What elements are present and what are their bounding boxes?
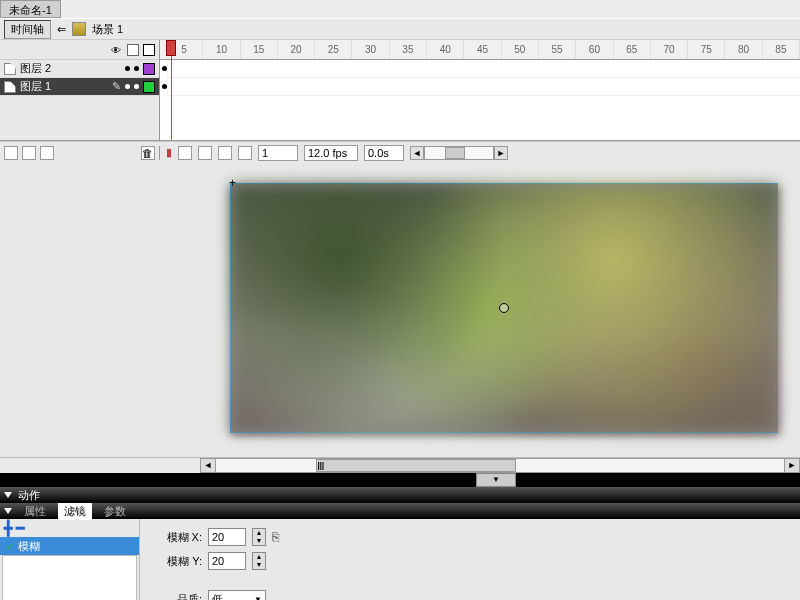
blur-y-input[interactable] [208, 552, 246, 570]
layer-page-icon [4, 81, 16, 93]
current-frame-field[interactable]: 1 [258, 145, 298, 161]
blur-y-label: 模糊 Y: [152, 554, 202, 569]
ruler-tick: 50 [502, 40, 539, 59]
filter-list: ╋ ━ ✔ 模糊 [0, 519, 140, 600]
blur-x-label: 模糊 X: [152, 530, 202, 545]
layer-page-icon [4, 63, 16, 75]
scroll-right-icon[interactable]: ► [784, 458, 800, 473]
twisty-icon[interactable] [4, 492, 12, 498]
ruler-tick: 55 [539, 40, 576, 59]
fps-field[interactable]: 12.0 fps [304, 145, 358, 161]
ruler-tick: 80 [725, 40, 762, 59]
chevron-down-icon: ▼ [254, 595, 262, 601]
filter-item-blur[interactable]: ✔ 模糊 [0, 537, 139, 555]
scrollbar-thumb[interactable]: Ⅲ [316, 459, 516, 472]
scene-name[interactable]: 场景 1 [92, 22, 123, 37]
blur-x-stepper[interactable]: ▲▼ [252, 528, 266, 546]
filter-list-empty [2, 555, 137, 600]
playhead-marker-icon: ▮ [166, 146, 172, 159]
timeline-toggle-button[interactable]: 时间轴 [4, 20, 51, 39]
center-frame-icon[interactable] [178, 146, 192, 160]
playhead[interactable] [166, 40, 176, 140]
actions-panel-header[interactable]: 动作 [0, 487, 800, 503]
edit-multiple-frames-icon[interactable] [238, 146, 252, 160]
layer-color-chip[interactable] [143, 63, 155, 75]
scroll-right-icon[interactable]: ► [494, 146, 508, 160]
pencil-icon: ✎ [112, 80, 121, 93]
filters-panel: ╋ ━ ✔ 模糊 模糊 X: ▲▼ ⎘ 模糊 Y: ▲▼ 品质: 低 ▼ [0, 519, 800, 600]
panel-divider: ▼ [0, 473, 800, 487]
actions-panel-label: 动作 [18, 488, 40, 503]
timeline-scrollbar[interactable]: ◄ ► [410, 146, 508, 160]
check-icon: ✔ [6, 541, 14, 552]
ruler-tick: 85 [763, 40, 800, 59]
eye-icon[interactable] [111, 44, 123, 56]
quality-value: 低 [212, 592, 223, 601]
timeline-footer: 🗑 ▮ 1 12.0 fps 0.0s ◄ ► [0, 141, 800, 163]
back-icon[interactable]: ⇐ [57, 23, 66, 36]
new-folder-icon[interactable] [40, 146, 54, 160]
timeline-ruler[interactable]: 5 10 15 20 25 30 35 40 45 50 55 60 65 70… [160, 40, 800, 60]
filter-properties: 模糊 X: ▲▼ ⎘ 模糊 Y: ▲▼ 品质: 低 ▼ [140, 519, 800, 600]
tab-filters[interactable]: 滤镜 [58, 503, 92, 520]
scroll-left-icon[interactable]: ◄ [200, 458, 216, 473]
elapsed-time-field: 0.0s [364, 145, 404, 161]
layer-panel: 图层 2 图层 1 ✎ [0, 40, 160, 140]
document-tab[interactable]: 未命名-1 [0, 0, 61, 18]
quality-dropdown[interactable]: 低 ▼ [208, 590, 266, 600]
timeline-track-row[interactable] [160, 78, 800, 96]
ruler-tick: 15 [241, 40, 278, 59]
lock-dot[interactable] [134, 84, 139, 89]
trash-icon[interactable]: 🗑 [141, 146, 155, 160]
layer-row[interactable]: 图层 1 ✎ [0, 78, 159, 96]
ruler-tick: 65 [614, 40, 651, 59]
blur-y-stepper[interactable]: ▲▼ [252, 552, 266, 570]
layer-row[interactable]: 图层 2 [0, 60, 159, 78]
layer-header [0, 40, 159, 60]
link-xy-icon[interactable]: ⎘ [272, 530, 279, 544]
lock-icon[interactable] [127, 44, 139, 56]
blur-x-input[interactable] [208, 528, 246, 546]
timeline-track-row[interactable] [160, 60, 800, 78]
visibility-dot[interactable] [125, 84, 130, 89]
lock-dot[interactable] [134, 66, 139, 71]
ruler-tick: 60 [576, 40, 613, 59]
layer-name: 图层 1 [20, 79, 108, 94]
onion-skin-outline-icon[interactable] [218, 146, 232, 160]
ruler-tick: 70 [651, 40, 688, 59]
tab-properties[interactable]: 属性 [18, 503, 52, 520]
remove-filter-icon[interactable]: ━ [16, 520, 24, 536]
layer-color-chip[interactable] [143, 81, 155, 93]
outline-icon[interactable] [143, 44, 155, 56]
panel-collapse-handle[interactable]: ▼ [476, 473, 516, 487]
selected-symbol[interactable]: + [230, 183, 778, 433]
layer-name: 图层 2 [20, 61, 121, 76]
ruler-tick: 35 [390, 40, 427, 59]
new-layer-icon[interactable] [4, 146, 18, 160]
ruler-tick: 10 [203, 40, 240, 59]
quality-label: 品质: [152, 592, 202, 601]
filter-item-label: 模糊 [18, 539, 40, 554]
tab-params[interactable]: 参数 [98, 503, 132, 520]
twisty-icon[interactable] [4, 508, 12, 514]
ruler-tick: 75 [688, 40, 725, 59]
scroll-left-icon[interactable]: ◄ [410, 146, 424, 160]
scene-toolbar: 时间轴 ⇐ 场景 1 [0, 18, 800, 40]
stage[interactable]: + [0, 163, 800, 457]
onion-skin-icon[interactable] [198, 146, 212, 160]
stage-scrollbar[interactable]: ◄ Ⅲ ► [0, 457, 800, 473]
new-guide-layer-icon[interactable] [22, 146, 36, 160]
scene-icon [72, 22, 86, 36]
scrollbar-thumb[interactable] [445, 147, 465, 159]
add-filter-icon[interactable]: ╋ [4, 520, 12, 536]
registration-point-icon [499, 303, 509, 313]
ruler-tick: 30 [352, 40, 389, 59]
timeline-track-area[interactable]: 5 10 15 20 25 30 35 40 45 50 55 60 65 70… [160, 40, 800, 140]
ruler-tick: 20 [278, 40, 315, 59]
properties-panel-header: 属性 滤镜 参数 [0, 503, 800, 519]
ruler-tick: 45 [464, 40, 501, 59]
timeline-panel: 图层 2 图层 1 ✎ 5 10 15 20 25 30 35 40 45 50… [0, 40, 800, 141]
ruler-tick: 25 [315, 40, 352, 59]
visibility-dot[interactable] [125, 66, 130, 71]
ruler-tick: 40 [427, 40, 464, 59]
